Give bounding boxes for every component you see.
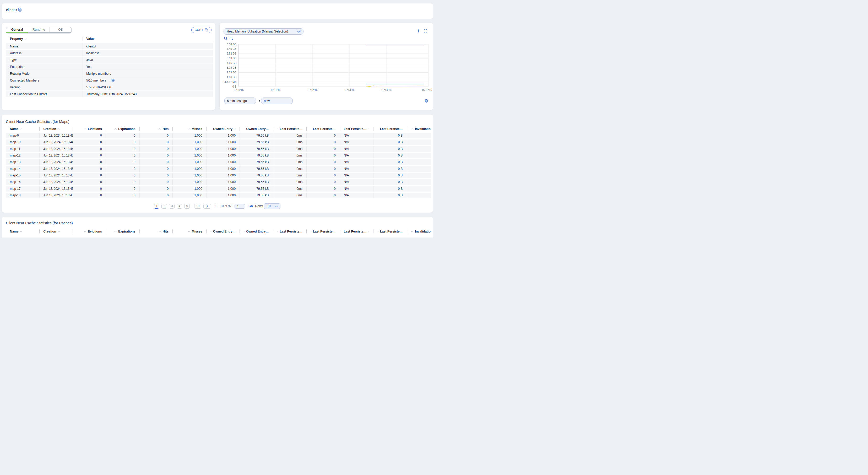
- svg-text:8.38 GB: 8.38 GB: [227, 43, 237, 46]
- svg-text:5.59 GB: 5.59 GB: [227, 57, 237, 60]
- svg-text:15:14:16: 15:14:16: [381, 89, 392, 91]
- svg-text:0 B: 0 B: [232, 85, 237, 88]
- svg-text:1.86 GB: 1.86 GB: [227, 76, 237, 79]
- svg-text:15:11:16: 15:11:16: [271, 89, 281, 91]
- svg-text:15:15:16: 15:15:16: [422, 89, 432, 91]
- svg-text:15:10:16: 15:10:16: [234, 89, 244, 91]
- svg-text:3.73 GB: 3.73 GB: [227, 66, 237, 69]
- svg-text:15:12:16: 15:12:16: [307, 89, 318, 91]
- svg-text:6.52 GB: 6.52 GB: [227, 52, 237, 55]
- svg-text:953.67 MB: 953.67 MB: [224, 81, 237, 83]
- svg-text:4.66 GB: 4.66 GB: [227, 62, 237, 64]
- svg-text:2.79 GB: 2.79 GB: [227, 71, 237, 74]
- svg-text:7.45 GB: 7.45 GB: [227, 48, 237, 50]
- svg-text:15:13:16: 15:13:16: [344, 89, 354, 91]
